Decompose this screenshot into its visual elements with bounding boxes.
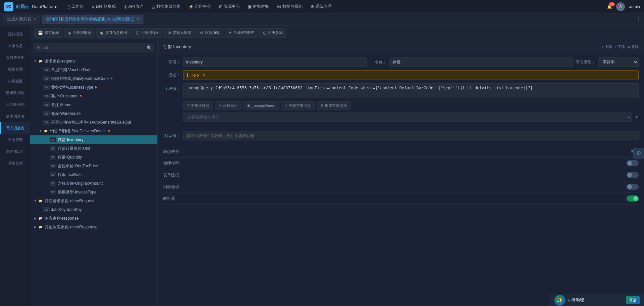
tree-node-saledetails[interactable]: ▼ 📁 销售单明细-SaleDeliveryDetails ⚑ <box>30 127 157 135</box>
var-selector-button[interactable]: ▽ 变量选择器 <box>183 101 213 110</box>
field-value-textarea[interactable]: _mongoQuery 2d9b95c4-6553-3a73-ac86-fc8a… <box>183 83 639 98</box>
tree-node-unit[interactable]: Str 存货计量单位-Unit <box>30 144 157 153</box>
sidebar-item-data[interactable]: 数据管理 <box>0 63 30 75</box>
save-config-button[interactable]: 💾 保存配置 <box>34 28 63 38</box>
field-input[interactable] <box>183 57 367 67</box>
tree-arrow-otherreq: ▼ <box>33 199 38 203</box>
relate-field-button[interactable]: ↗ 关联方案字段 <box>281 101 315 110</box>
physical-model-toggle[interactable] <box>627 160 639 166</box>
sidebar-item-info[interactable]: 方案信息 <box>0 40 30 52</box>
nav-lite[interactable]: ◈ Lite 轻集成 <box>88 2 119 11</box>
relate-icon: ↗ <box>284 103 287 108</box>
two-pane: 🔍 ▼ 📁 请求参数-request Str 单据日期-VoucherDate <box>30 40 644 306</box>
metadata-view-button[interactable]: ⬡ 元数据视图 <box>132 28 163 38</box>
tree-node-extcode[interactable]: Str 外部系统单据编码-ExternalCode ⚑ <box>30 74 157 83</box>
more-tabs-icon[interactable]: ⋮ <box>636 16 641 23</box>
tree-node-voucher[interactable]: Str 单据日期-VoucherDate <box>30 65 157 74</box>
tree-node-req[interactable]: ▼ 📁 请求参数-request <box>30 57 157 65</box>
sidebar-item-overview[interactable]: 运行概况 <box>0 28 30 40</box>
tab-close-active[interactable]: ✕ <box>137 17 139 21</box>
plan-select-button[interactable]: ⊞ 集成方案选择 <box>317 101 351 110</box>
tree-node-origtaxprice[interactable]: Str 含税单价-OrigTaxPrice <box>30 162 157 170</box>
search-input[interactable] <box>34 43 154 52</box>
logo-area[interactable]: QC 轻易云 DataPlatform <box>4 2 58 11</box>
tree-node-memo[interactable]: Str 备注-Memo <box>30 100 157 109</box>
default-input[interactable] <box>183 131 639 140</box>
tree-node-origtaxamount[interactable]: Str 含税金额-OrigTaxAmount <box>30 179 157 188</box>
mongo-query-button[interactable]: ◉ _mongoQuery <box>244 101 279 110</box>
tree-node-inventory[interactable]: Str 存货-Inventory <box>30 135 157 144</box>
notification-bell[interactable]: 🔔 10 <box>607 4 612 9</box>
tab-list[interactable]: 集成方案列表 ✕ <box>3 15 40 24</box>
tree-node-invoicetype[interactable]: Str 票据类型-InvoiceType <box>30 188 157 196</box>
nav-finance[interactable]: ▣ 财务对账 <box>245 2 272 11</box>
sidebar-item-reqscheduler[interactable]: 请求调度者 <box>0 111 30 122</box>
tree-node-quantity[interactable]: Str 数量-Quantity <box>30 153 157 162</box>
sidebar-item-monitor[interactable]: 异常监控 <box>0 158 30 169</box>
tree-label-quantity: 数量-Quantity <box>58 155 82 160</box>
detail-panel: 存货-Inventory ↑ 上移 ↓ 下移 ⧉ 复制 字段： 名称： 字段 <box>158 40 644 306</box>
nav-worktable[interactable]: ⬚ 工作台 <box>63 2 87 11</box>
nav-sysadmin[interactable]: ⚙ 系统管理 <box>307 2 335 11</box>
nav-resources[interactable]: ⊞ 资源中心 <box>216 2 243 11</box>
list-model-toggle[interactable] <box>627 184 639 190</box>
static-map-row: 静态映射： 关闭 <box>163 146 639 158</box>
user-avatar[interactable]: A <box>616 2 625 11</box>
tree-type-extcode: Str <box>43 76 50 81</box>
field-val-label: 字段值： <box>163 83 180 92</box>
source-dropdown-icon[interactable]: ▼ <box>635 115 639 120</box>
sidebar-item-events[interactable]: 事件加工厂 <box>0 146 30 158</box>
tree-node-warehouse[interactable]: Str 仓库-Warehouse <box>30 109 157 118</box>
tree-flag-biztype: ⚑ <box>95 86 98 89</box>
nav-ops[interactable]: ⚡ 运维中心 <box>185 2 214 11</box>
sidebar-item-relation[interactable]: 集成关系图 <box>0 52 30 63</box>
tree-node-otherreq[interactable]: ▼ 📁 其它请求参数-otherRequest <box>30 196 157 205</box>
tree-label-otherreq: 其它请求参数-otherRequest <box>45 198 94 204</box>
source-select[interactable]: 选择源平台的字段 <box>183 113 632 122</box>
tree-node-response[interactable]: ▶ 📁 响应参数-response <box>30 214 157 223</box>
copy-meta-icon: ⧉ <box>168 31 171 35</box>
tree-node-customer[interactable]: Str 客户-Customer ⚑ <box>30 92 157 100</box>
copy-button[interactable]: ⧉ 复制 <box>628 44 639 49</box>
tree-node-taxrate[interactable]: Str 税率-TaxRate <box>30 170 157 179</box>
tree-node-datakey[interactable]: Str dataKey-dataKey <box>30 205 157 214</box>
reload-button[interactable]: ↺ 重新加载 <box>196 28 223 38</box>
tree-panel: 🔍 ▼ 📁 请求参数-request Str 单据日期-VoucherDate <box>30 40 158 306</box>
content-area: 💾 保存配置 ◈ 大数据聚合 ◉ 接口信息视图 ⬡ 元数据视图 ⧉ 复制元数据 … <box>30 26 644 306</box>
form-model-toggle[interactable] <box>627 172 639 178</box>
copy-metadata-button[interactable]: ⧉ 复制元数据 <box>164 28 195 38</box>
sidebar-item-writequeue[interactable]: 写入队列池 <box>0 99 30 111</box>
nav-dataviz[interactable]: ⋈ 数据可视化 <box>274 2 306 11</box>
nav-integration[interactable]: △ 数据集成方案 <box>149 2 184 11</box>
tree-node-otherresp[interactable]: ▶ 📁 其他响应参数-otherResponse <box>30 223 157 231</box>
tree-label-invoicetype: 票据类型-InvoiceType <box>58 189 97 195</box>
history-button[interactable]: ◷ 历史版本 <box>259 28 286 38</box>
move-down-button[interactable]: ↓ 下移 <box>615 44 625 49</box>
big-data-button[interactable]: ◈ 大数据聚合 <box>64 28 95 38</box>
list-model-row: 列表建模 <box>163 181 639 193</box>
nav-api[interactable]: ◎ API 资产 <box>120 2 148 11</box>
default-val-row: 默认值： <box>163 131 639 140</box>
btn-group: ▽ 变量选择器 fx 函数助手 ◉ _mongoQuery <box>183 101 639 110</box>
sidebar-item-writescheduler[interactable]: 写入调度者 <box>0 122 30 134</box>
interface-view-button[interactable]: ◉ 接口信息视图 <box>96 28 131 38</box>
func-helper-button[interactable]: fx 函数助手 <box>215 101 241 110</box>
type-select[interactable]: 字符串 <box>598 57 639 67</box>
sidebar-item-logs[interactable]: 日志管理 <box>0 134 30 146</box>
tree-node-autogen[interactable]: Str 是否自动销售出库单-IsAutoGenerateSaleOut <box>30 118 157 127</box>
parser-toggle[interactable] <box>627 195 639 202</box>
sidebar-item-query[interactable]: 小青查数 <box>0 75 30 87</box>
tab-active[interactable]: 查询001帐套销售出库对接畅捷通_copy(聚合测试) ✕ <box>42 15 144 24</box>
settings-fab[interactable]: ⚙ <box>633 148 644 159</box>
name-input[interactable] <box>389 57 573 67</box>
tab-close-list[interactable]: ✕ <box>33 17 36 21</box>
toolbar: 💾 保存配置 ◈ 大数据聚合 ◉ 接口信息视图 ⬡ 元数据视图 ⧉ 复制元数据 … <box>30 26 644 40</box>
ai-open-button[interactable]: 开启 <box>626 296 640 304</box>
source-select-row: 选择源平台的字段 ▼ <box>183 113 639 122</box>
move-up-button[interactable]: ↑ 上移 <box>602 44 612 49</box>
search-icon[interactable]: 🔍 <box>147 45 152 50</box>
tree-type-biztype: Str <box>43 85 50 90</box>
tree-node-biztype[interactable]: Str 业务类型-BusinessType ⚑ <box>30 83 157 92</box>
sidebar-item-reqqueue[interactable]: 请求队列池 <box>0 87 30 99</box>
gen-api-button[interactable]: ✦ 生成API资产 <box>225 28 258 38</box>
